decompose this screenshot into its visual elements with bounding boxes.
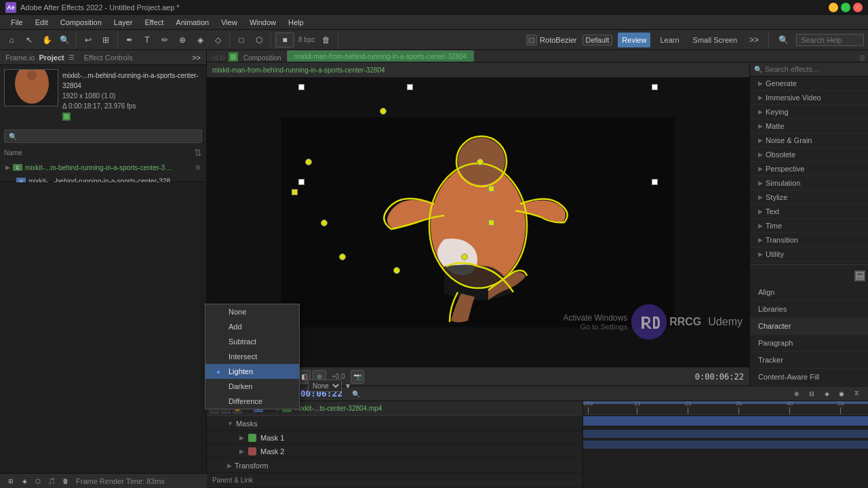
window-controls[interactable]: − □ ✕	[829, 3, 863, 12]
mask-handle-ml[interactable]	[298, 179, 304, 185]
tool-tracker[interactable]: Tracker	[750, 352, 868, 369]
tl-btn-3[interactable]: ◈	[821, 388, 833, 400]
tool-libraries[interactable]: Libraries	[750, 301, 868, 318]
mask-1-row[interactable]: ▶ Mask 1	[207, 431, 583, 445]
bb-btn-3[interactable]: ⬡	[33, 476, 43, 487]
workspace-learn[interactable]: Learn	[656, 33, 683, 47]
panel-collapse[interactable]: >>	[192, 54, 201, 62]
tool-align[interactable]: Align	[750, 284, 868, 301]
tl-search[interactable]: 🔍	[352, 390, 360, 398]
delete-tool[interactable]: 🗑	[319, 33, 334, 47]
menu-edit[interactable]: Edit	[30, 17, 54, 28]
mask-point-4[interactable]	[321, 220, 328, 226]
project-search[interactable]: 🔍	[4, 129, 202, 143]
workspace-small-screen[interactable]: Small Screen	[689, 33, 741, 47]
dd-item-subtract[interactable]: Subtract	[205, 334, 299, 349]
masks-section[interactable]: ▼ Masks	[207, 416, 583, 431]
tool-content-aware-fill[interactable]: Content-Aware Fill	[750, 369, 868, 386]
snapshot-btn[interactable]: 📷	[351, 370, 364, 384]
mask-2-row[interactable]: ▶ Mask 2	[207, 445, 583, 458]
roto-tool[interactable]: ⬡	[252, 33, 267, 47]
effect-generate[interactable]: ▶ Generate	[750, 77, 868, 91]
workspace-review[interactable]: Review	[618, 33, 650, 47]
tool-paragraph[interactable]: Paragraph	[750, 335, 868, 352]
tl-btn-2[interactable]: ⊟	[806, 388, 818, 400]
dd-item-difference[interactable]: Difference	[205, 394, 299, 409]
mask-point-1[interactable]	[380, 108, 387, 115]
pen-tool[interactable]: ✒	[122, 33, 137, 47]
dd-item-add[interactable]: Add	[205, 319, 299, 334]
expand-workspaces[interactable]: >>	[747, 33, 762, 47]
transform-arrow[interactable]: ▶	[227, 462, 232, 469]
project-search-input[interactable]	[20, 132, 197, 140]
rotate-tool[interactable]: ↩	[81, 33, 96, 47]
effect-keying[interactable]: ▶ Keying	[750, 105, 868, 119]
effect-noise-grain[interactable]: ▶ Noise & Grain	[750, 134, 868, 148]
menu-effect[interactable]: Effect	[139, 17, 169, 28]
fill-color[interactable]: ■	[275, 33, 294, 47]
mask-point-10[interactable]	[477, 159, 484, 165]
mask-point-8[interactable]	[488, 220, 494, 226]
effect-utility[interactable]: ▶ Utility	[750, 247, 868, 262]
dd-item-intersect[interactable]: Intersect	[205, 349, 299, 364]
rotobezier-checkbox[interactable]: □	[526, 35, 537, 45]
comp-menu-icon[interactable]: ☰	[859, 54, 865, 62]
frame-io-tab[interactable]: Frame.io	[5, 54, 35, 62]
mask-2-arrow[interactable]: ▶	[239, 448, 244, 455]
mask-point-2[interactable]	[305, 159, 312, 165]
tl-btn-1[interactable]: ⊕	[791, 388, 803, 400]
mask-1-arrow[interactable]: ▶	[239, 434, 244, 441]
panel-menu-icon[interactable]: ☰	[68, 54, 75, 61]
effect-stylize[interactable]: ▶ Stylize	[750, 190, 868, 205]
masks-arrow[interactable]: ▼	[227, 420, 233, 427]
dd-item-darken[interactable]: Darken	[205, 379, 299, 394]
bb-btn-1[interactable]: ⊞	[5, 476, 16, 487]
comp-nav-right[interactable]: ▷	[220, 54, 226, 61]
layer-mode-select[interactable]: None	[308, 380, 342, 392]
menu-help[interactable]: Help	[283, 17, 309, 28]
menu-animation[interactable]: Animation	[170, 17, 214, 28]
eraser-tool[interactable]: ◈	[193, 33, 208, 47]
file-item-comp[interactable]: ▶ C mixkit-...m-behind-running-in-a-spor…	[0, 161, 206, 174]
dd-item-none[interactable]: None	[205, 304, 299, 319]
effect-perspective[interactable]: ▶ Perspective	[750, 162, 868, 176]
mask-handle-tc[interactable]	[407, 84, 413, 90]
mask-point-9[interactable]	[488, 186, 494, 192]
comp-nav-left[interactable]: ◁	[212, 54, 218, 61]
menu-layer[interactable]: Layer	[108, 17, 138, 28]
search-button[interactable]: 🔍	[776, 33, 791, 47]
puppet-tool[interactable]: ◇	[210, 33, 225, 47]
mask-point-5[interactable]	[339, 253, 346, 260]
project-tab[interactable]: Project	[39, 54, 64, 62]
menu-composition[interactable]: Composition	[55, 17, 107, 28]
panel-toggle[interactable]	[854, 270, 865, 281]
workspace-default[interactable]: Default	[583, 35, 613, 45]
effect-transition[interactable]: ▶ Transition	[750, 233, 868, 247]
search-input[interactable]	[796, 34, 864, 46]
effect-immersive-video[interactable]: ▶ Immersive Video	[750, 91, 868, 105]
tl-btn-4[interactable]: ◉	[835, 388, 848, 400]
menu-file[interactable]: File	[5, 17, 28, 28]
bb-btn-5[interactable]: 🗑	[60, 476, 71, 487]
text-tool[interactable]: T	[140, 33, 155, 47]
tl-btn-5[interactable]: ⧖	[850, 388, 863, 400]
mask-point-7[interactable]	[461, 253, 468, 260]
expand-arrow[interactable]: ▶	[5, 164, 10, 171]
hand-tool[interactable]: ✋	[39, 33, 54, 47]
bb-btn-2[interactable]: ◈	[19, 476, 30, 487]
effect-matte[interactable]: ▶ Matte	[750, 119, 868, 134]
effects-search-input[interactable]	[765, 65, 864, 73]
mask-handle-tl[interactable]	[298, 84, 304, 90]
dd-item-lighten[interactable]: ● Lighten	[205, 364, 299, 379]
menu-window[interactable]: Window	[244, 17, 281, 28]
select-tool[interactable]: ↖	[22, 33, 37, 47]
effect-obsolete[interactable]: ▶ Obsolete	[750, 148, 868, 162]
minimize-button[interactable]: −	[829, 3, 838, 12]
mask-point-3[interactable]	[292, 189, 298, 195]
home-tool[interactable]: ⌂	[4, 33, 19, 47]
effect-simulation[interactable]: ▶ Simulation	[750, 176, 868, 190]
shape-tool[interactable]: □	[234, 33, 249, 47]
bb-btn-4[interactable]: 🎵	[46, 476, 57, 487]
comp-tab-active[interactable]: mixkit-man-from-behind-running-in-a-spor…	[287, 50, 475, 62]
zoom-tool[interactable]: 🔍	[57, 33, 72, 47]
